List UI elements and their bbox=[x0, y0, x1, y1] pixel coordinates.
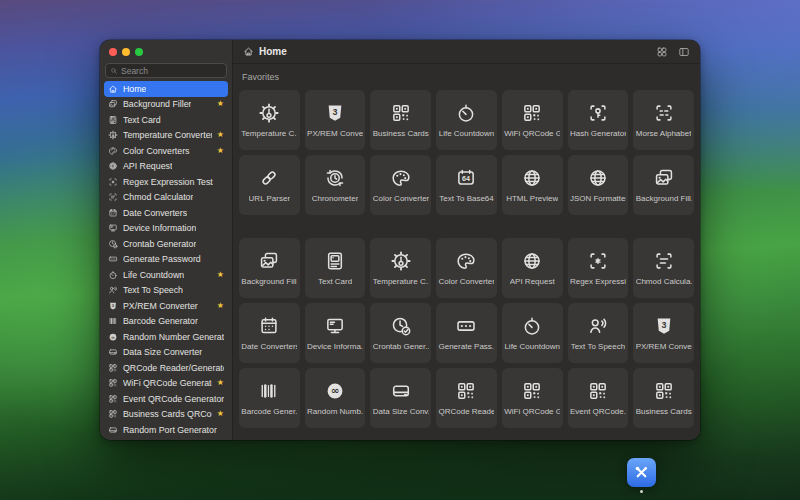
sidebar-item-temperature-converter[interactable]: Temperature Converter★ bbox=[104, 128, 228, 144]
qr-icon bbox=[653, 380, 675, 402]
sidebar-item-crontab-generator[interactable]: Crontab Generator bbox=[104, 236, 228, 252]
tool-card-api-request[interactable]: API Request bbox=[502, 238, 563, 298]
sidebar-item-date-converters[interactable]: Date Converters bbox=[104, 205, 228, 221]
tool-card-px-rem-conver[interactable]: 3PX/REM Conver... bbox=[305, 90, 366, 150]
tool-card-random-numb[interactable]: ∞Random Numb... bbox=[305, 368, 366, 428]
toggle-sidebar-button[interactable] bbox=[678, 46, 690, 58]
close-window-button[interactable] bbox=[109, 48, 117, 56]
tool-card-background-fill[interactable]: Background Fill... bbox=[239, 238, 300, 298]
tool-card-chmod-calcula[interactable]: Chmod Calcula... bbox=[633, 238, 694, 298]
tool-card-life-countdown[interactable]: Life Countdown bbox=[502, 303, 563, 363]
tool-card-label: Text To Base64 bbox=[439, 194, 494, 203]
drive-icon bbox=[390, 380, 412, 402]
tool-card-url-parser[interactable]: URL Parser bbox=[239, 155, 300, 215]
sidebar-item-random-port-generator[interactable]: Random Port Generator bbox=[104, 422, 228, 438]
tool-card-generate-pass[interactable]: Generate Pass... bbox=[436, 303, 497, 363]
tool-card-background-fill[interactable]: Background Fill... bbox=[633, 155, 694, 215]
svg-text:∞: ∞ bbox=[111, 334, 115, 339]
sidebar-item-home[interactable]: Home bbox=[104, 81, 228, 97]
tool-card-text-to-base64[interactable]: 64Text To Base64 bbox=[436, 155, 497, 215]
thermo-icon bbox=[258, 102, 280, 124]
tool-card-data-size-conv[interactable]: Data Size Conv... bbox=[370, 368, 431, 428]
tool-card-temperature-c[interactable]: Temperature C... bbox=[239, 90, 300, 150]
qr-icon bbox=[455, 380, 477, 402]
sidebar-item-data-size-converter[interactable]: Data Size Converter bbox=[104, 345, 228, 361]
tool-card-label: Crontab Gener... bbox=[373, 342, 429, 351]
sidebar-item-color-converters[interactable]: Color Converters★ bbox=[104, 143, 228, 159]
tool-card-label: JSON Formatter bbox=[570, 194, 626, 203]
sidebar-tool-list: HomeBackground Filler★Text CardTemperatu… bbox=[100, 78, 232, 440]
window-controls bbox=[100, 40, 232, 62]
tool-card-chronometer[interactable]: Chronometer bbox=[305, 155, 366, 215]
timer-icon bbox=[521, 315, 543, 337]
tool-card-label: Generate Pass... bbox=[438, 342, 494, 351]
globe-icon bbox=[521, 250, 543, 272]
tool-card-json-formatter[interactable]: JSON Formatter bbox=[568, 155, 629, 215]
tool-card-business-cards[interactable]: Business Cards... bbox=[370, 90, 431, 150]
tool-card-html-preview[interactable]: HTML Preview bbox=[502, 155, 563, 215]
tool-card-barcode-gener[interactable]: Barcode Gener... bbox=[239, 368, 300, 428]
tool-card-date-converters[interactable]: Date Converters bbox=[239, 303, 300, 363]
tool-card-color-converters[interactable]: Color Converters bbox=[436, 238, 497, 298]
sidebar-item-text-to-speech[interactable]: Text To Speech bbox=[104, 283, 228, 299]
sidebar-item-chmod-calculator[interactable]: Chmod Calculator bbox=[104, 190, 228, 206]
favorites-grid: Temperature C...3PX/REM Conver...Busines… bbox=[239, 90, 694, 215]
sidebar-item-generate-password[interactable]: Generate Password bbox=[104, 252, 228, 268]
sidebar-item-label: Life Countdown bbox=[123, 270, 184, 280]
tool-card-wifi-qrcode-g[interactable]: WiFi QRCode G... bbox=[502, 90, 563, 150]
sidebar-item-qrcode-reader-generator[interactable]: QRCode Reader/Generator bbox=[104, 360, 228, 376]
globe-icon bbox=[521, 167, 543, 189]
tool-card-event-qrcode[interactable]: Event QRCode... bbox=[568, 368, 629, 428]
sidebar-item-label: Home bbox=[123, 84, 146, 94]
tool-card-hash-generator[interactable]: Hash Generator bbox=[568, 90, 629, 150]
tool-card-business-cards[interactable]: Business Cards... bbox=[633, 368, 694, 428]
sidebar-item-wifi-qrcode-generator[interactable]: WiFi QRCode Generator★ bbox=[104, 376, 228, 392]
monitor-icon bbox=[108, 223, 118, 233]
sidebar-item-api-request[interactable]: API Request bbox=[104, 159, 228, 175]
sidebar-item-regex-expression-test[interactable]: Regex Expression Test bbox=[104, 174, 228, 190]
monitor-icon bbox=[324, 315, 346, 337]
devtools-app-icon[interactable] bbox=[627, 458, 656, 487]
sidebar-item-barcode-generator[interactable]: Barcode Generator bbox=[104, 314, 228, 330]
search-field[interactable] bbox=[105, 63, 227, 78]
minimize-window-button[interactable] bbox=[122, 48, 130, 56]
header-actions bbox=[656, 46, 690, 58]
sidebar-item-px-rem-converter[interactable]: 3PX/REM Converter★ bbox=[104, 298, 228, 314]
clockcheck-icon bbox=[108, 239, 118, 249]
tool-card-device-informa[interactable]: Device Informa... bbox=[305, 303, 366, 363]
sidebar-item-background-filler[interactable]: Background Filler★ bbox=[104, 97, 228, 113]
favorite-star-icon: ★ bbox=[217, 302, 224, 310]
tool-card-text-to-speech[interactable]: Text To Speech bbox=[568, 303, 629, 363]
tool-card-regex-expressi[interactable]: Regex Expressi... bbox=[568, 238, 629, 298]
sidebar-item-business-cards-qrcode[interactable]: Business Cards QRCode...★ bbox=[104, 407, 228, 423]
sidebar-item-label: Background Filler bbox=[123, 99, 191, 109]
search-input[interactable] bbox=[121, 66, 222, 76]
tool-card-label: Chronometer bbox=[312, 194, 359, 203]
tool-card-qrcode-reade[interactable]: QRCode Reade... bbox=[436, 368, 497, 428]
grid-view-button[interactable] bbox=[656, 46, 668, 58]
tool-card-life-countdown[interactable]: Life Countdown bbox=[436, 90, 497, 150]
tool-card-label: WiFi QRCode G... bbox=[504, 407, 560, 416]
zoom-window-button[interactable] bbox=[135, 48, 143, 56]
sidebar-item-label: WiFi QRCode Generator bbox=[123, 378, 212, 388]
tool-card-px-rem-conver[interactable]: 3PX/REM Conver... bbox=[633, 303, 694, 363]
password-icon bbox=[455, 315, 477, 337]
tool-card-color-converters[interactable]: Color Converters bbox=[370, 155, 431, 215]
tool-card-crontab-gener[interactable]: Crontab Gener... bbox=[370, 303, 431, 363]
sidebar-item-random-number-generator[interactable]: ∞Random Number Generator bbox=[104, 329, 228, 345]
tool-card-text-card[interactable]: Text Card bbox=[305, 238, 366, 298]
sidebar-item-rsa-key-generator[interactable]: RSA Key Generator bbox=[104, 438, 228, 441]
tool-card-morse-alphabet[interactable]: Morse Alphabet bbox=[633, 90, 694, 150]
sidebar-item-text-card[interactable]: Text Card bbox=[104, 112, 228, 128]
sidebar-item-label: Generate Password bbox=[123, 254, 201, 264]
tool-card-label: URL Parser bbox=[249, 194, 291, 203]
sidebar-item-event-qrcode-generator[interactable]: Event QRCode Generator bbox=[104, 391, 228, 407]
sidebar-item-device-information[interactable]: Device Information bbox=[104, 221, 228, 237]
tool-card-temperature-c[interactable]: Temperature C... bbox=[370, 238, 431, 298]
tool-card-wifi-qrcode-g[interactable]: WiFi QRCode G... bbox=[502, 368, 563, 428]
sidebar-item-life-countdown[interactable]: Life Countdown★ bbox=[104, 267, 228, 283]
images-icon bbox=[108, 99, 118, 109]
palette-icon bbox=[455, 250, 477, 272]
dock-app[interactable] bbox=[627, 458, 656, 493]
main-panel: Home Favorites Temperature C...3PX/REM C… bbox=[232, 40, 700, 440]
